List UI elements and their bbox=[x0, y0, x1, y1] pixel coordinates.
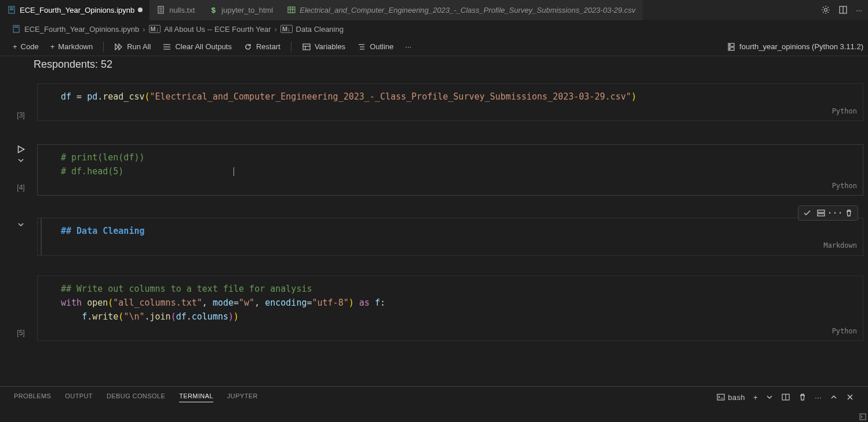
t bbox=[61, 311, 82, 322]
t: ) bbox=[234, 311, 239, 322]
debug-console-tab[interactable]: DEBUG CONSOLE bbox=[107, 392, 165, 402]
t: write bbox=[92, 311, 118, 322]
tab-jupyter-html[interactable]: $ jupyter_to_html bbox=[202, 0, 280, 20]
variables-button[interactable]: Variables bbox=[297, 41, 350, 52]
more-icon[interactable]: ··· bbox=[829, 208, 841, 218]
code-cell: [3] df = pd.read_csv("Electrical_and_Com… bbox=[5, 83, 868, 121]
notebook-icon bbox=[12, 24, 21, 34]
gear-icon[interactable] bbox=[821, 5, 830, 14]
editor-tabs: ECE_Fourth_Year_Opinions.ipynb nulls.txt… bbox=[0, 0, 868, 20]
accept-icon[interactable] bbox=[801, 208, 814, 218]
terminal-profile-button[interactable]: bash bbox=[716, 393, 745, 402]
chevron-down-icon[interactable] bbox=[16, 220, 25, 229]
t: mode bbox=[213, 298, 234, 308]
tab-nulls[interactable]: nulls.txt bbox=[149, 0, 202, 20]
breadcrumb: ECE_Fourth_Year_Opinions.ipynb › M↓ All … bbox=[0, 20, 868, 38]
t: open bbox=[87, 298, 108, 308]
cell-editor[interactable]: ## Write out columns to a text file for … bbox=[37, 276, 863, 341]
add-markdown-button[interactable]: + Markdown bbox=[46, 41, 98, 52]
dollar-icon: $ bbox=[209, 5, 218, 14]
split-editor-icon[interactable] bbox=[838, 5, 848, 14]
svg-rect-19 bbox=[303, 44, 310, 50]
svg-point-11 bbox=[825, 9, 827, 12]
breadcrumb-file[interactable]: ECE_Fourth_Year_Opinions.ipynb bbox=[24, 25, 139, 34]
notebook-body: Respondents: 52 [3] df = pd.read_csv("El… bbox=[0, 57, 868, 386]
chevron-right-icon: › bbox=[275, 25, 277, 34]
kernel-picker[interactable]: fourth_year_opinions (Python 3.11.2) bbox=[727, 42, 863, 52]
more-icon[interactable]: ··· bbox=[856, 6, 862, 14]
token: ) bbox=[631, 91, 636, 102]
clear-outputs-button[interactable]: Clear All Outputs bbox=[158, 41, 236, 52]
shell-label: bash bbox=[728, 393, 745, 402]
problems-tab[interactable]: PROBLEMS bbox=[14, 392, 51, 402]
variables-icon bbox=[302, 43, 311, 51]
notebook-toolbar: + Code + Markdown Run All Clear All Outp… bbox=[0, 38, 868, 56]
chevron-down-icon[interactable] bbox=[16, 156, 25, 165]
token: ## Write out columns to a text file for … bbox=[61, 284, 312, 294]
svg-point-28 bbox=[730, 48, 731, 49]
text-cursor bbox=[234, 167, 234, 176]
t: = bbox=[307, 298, 312, 308]
cell-editor[interactable]: df = pd.read_csv("Electrical_and_Compute… bbox=[37, 83, 863, 121]
notebook-icon bbox=[7, 5, 16, 14]
t: . bbox=[145, 311, 150, 322]
t: as bbox=[359, 298, 370, 308]
split-cell-icon[interactable] bbox=[815, 208, 827, 218]
more-icon[interactable]: ··· bbox=[815, 393, 822, 402]
run-all-button[interactable]: Run All bbox=[110, 41, 155, 52]
kill-terminal-icon[interactable] bbox=[798, 393, 807, 401]
restart-button[interactable]: Restart bbox=[239, 41, 285, 52]
more-actions-button[interactable]: ··· bbox=[400, 41, 416, 52]
execution-count: [5] bbox=[17, 329, 24, 337]
t: join bbox=[150, 311, 171, 322]
add-code-button[interactable]: + Code bbox=[8, 41, 43, 52]
breadcrumb-subsection[interactable]: Data Cleaning bbox=[296, 25, 344, 34]
svg-point-27 bbox=[730, 44, 731, 45]
table-icon bbox=[287, 5, 296, 14]
svg-rect-14 bbox=[13, 25, 19, 32]
jupyter-tab[interactable]: JUPYTER bbox=[227, 392, 258, 402]
t: "\n" bbox=[123, 311, 144, 322]
tb-label: Restart bbox=[256, 42, 280, 51]
cell-language[interactable]: Python bbox=[38, 324, 863, 337]
token: = bbox=[71, 91, 87, 102]
close-panel-icon[interactable] bbox=[846, 393, 854, 401]
breadcrumb-section[interactable]: All About Us -- ECE Fourth Year bbox=[164, 25, 271, 34]
t: . bbox=[187, 311, 192, 322]
tab-label: nulls.txt bbox=[169, 6, 195, 14]
new-terminal-button[interactable]: + bbox=[753, 393, 758, 402]
cell-editor[interactable]: ··· ## Data Cleaning Markdown bbox=[37, 218, 863, 255]
terminal-tab[interactable]: TERMINAL bbox=[179, 392, 213, 402]
execution-count: [3] bbox=[17, 111, 24, 119]
svg-rect-29 bbox=[818, 210, 825, 212]
t bbox=[82, 298, 87, 308]
tab-notebook[interactable]: ECE_Fourth_Year_Opinions.ipynb bbox=[0, 0, 149, 20]
run-cell-icon[interactable] bbox=[16, 144, 26, 155]
cell-editor[interactable]: # print(len(df)) # df.head(5) Python bbox=[37, 144, 863, 196]
svg-rect-2 bbox=[10, 9, 13, 10]
t: , bbox=[254, 298, 265, 308]
cell-language[interactable]: Markdown bbox=[38, 238, 863, 251]
split-terminal-icon[interactable] bbox=[781, 393, 790, 401]
token: # df.head(5) bbox=[61, 166, 123, 177]
cell-language[interactable]: Python bbox=[38, 178, 863, 192]
t: ) bbox=[349, 298, 354, 308]
svg-rect-1 bbox=[10, 8, 13, 9]
token: ## Data Cleaning bbox=[61, 226, 145, 236]
markdown-cell: ··· ## Data Cleaning Markdown bbox=[5, 218, 868, 255]
cell-language[interactable]: Python bbox=[38, 104, 863, 117]
focus-indicator bbox=[41, 218, 42, 255]
bottom-panel: PROBLEMS OUTPUT DEBUG CONSOLE TERMINAL J… bbox=[0, 386, 868, 422]
output-tab[interactable]: OUTPUT bbox=[65, 392, 93, 402]
maximize-panel-icon[interactable] bbox=[830, 393, 838, 401]
tab-csv[interactable]: Electrical_and_Computer_Engineering_2023… bbox=[280, 0, 643, 20]
chevron-right-icon: › bbox=[143, 25, 145, 34]
delete-icon[interactable] bbox=[843, 208, 855, 218]
chevron-down-icon[interactable] bbox=[766, 394, 773, 401]
title-actions: ··· bbox=[821, 5, 868, 14]
outline-icon bbox=[357, 43, 366, 51]
outline-button[interactable]: Outline bbox=[352, 41, 398, 52]
svg-rect-31 bbox=[717, 394, 724, 400]
plus-icon: + bbox=[13, 42, 17, 51]
tab-label: Electrical_and_Computer_Engineering_2023… bbox=[300, 6, 636, 14]
